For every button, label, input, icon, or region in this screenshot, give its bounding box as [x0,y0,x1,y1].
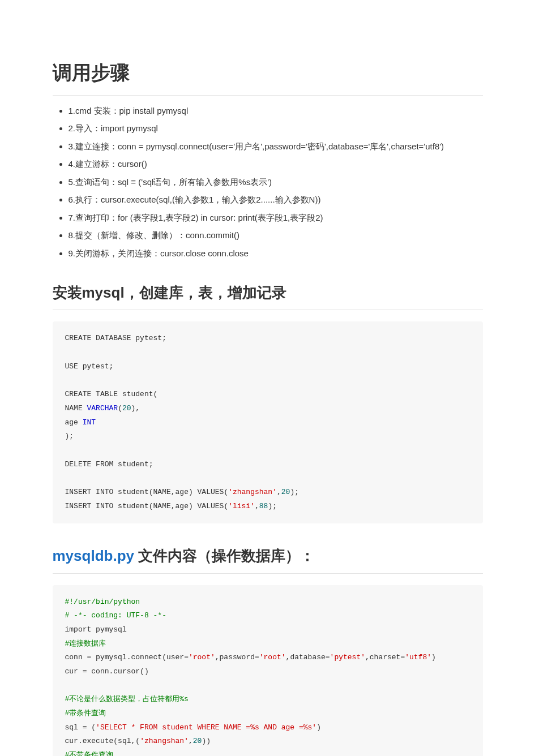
code-line: CREATE DATABASE pytest; [65,334,166,342]
page: 调用步骤 1.cmd 安装：pip install pymysql 2.导入：i… [30,0,506,756]
code-text: )) [202,737,211,745]
code-string: 'root' [189,653,215,662]
code-text: ), [131,404,140,413]
code-string: 'SELECT * FROM student WHERE NAME =%s AN… [96,723,316,732]
list-item: 4.建立游标：cursor() [69,157,483,171]
code-text: , [277,488,281,496]
code-text: ) [431,653,436,662]
code-comment: #!/usr/bin/python [65,598,140,606]
heading-rest: 文件内容（操作数据库）： [134,547,315,564]
code-comment: # -*- coding: UTF-8 -*- [65,611,166,620]
list-item: 2.导入：import pymysql [69,121,483,136]
code-block-python: #!/usr/bin/python # -*- coding: UTF-8 -*… [53,585,483,756]
filename-link[interactable]: mysqldb.py [53,547,134,564]
code-line: conn = pymysql.connect(user= [65,653,189,662]
list-item: 6.执行：cursor.execute(sql,(输入参数1，输入参数2....… [69,192,483,207]
list-item: 8.提交（新增、修改、删除）：conn.commit() [69,228,483,243]
list-item: 3.建立连接：conn = pymysql.connect(user='用户名'… [69,139,483,154]
code-string: 'root' [259,653,286,662]
code-comment: #连接数据库 [65,639,106,648]
code-line: cur = conn.cursor() [65,667,149,676]
list-item: 7.查询打印：for (表字段1,表字段2) in cursor: print(… [69,211,483,225]
code-string: 'lisi' [228,502,255,510]
code-text: ,database= [286,653,330,662]
code-number: 20 [281,488,290,496]
code-string: 'zhangshan' [228,488,277,496]
list-item: 1.cmd 安装：pip install pymysql [69,104,483,118]
heading-mysqldb-py: mysqldb.py 文件内容（操作数据库）： [53,543,483,573]
code-keyword: VARCHAR [87,404,118,413]
code-text: ( [118,404,122,413]
steps-list: 1.cmd 安装：pip install pymysql 2.导入：import… [53,104,483,261]
code-number: 20 [122,404,131,413]
code-text: ); [268,502,277,510]
code-line: INSERT INTO student(NAME,age) VALUES( [65,488,229,496]
code-number: 20 [193,737,202,745]
code-comment: #不论是什么数据类型，占位符都用%s [65,695,189,703]
code-text: ); [290,488,299,496]
code-text: ,password= [215,653,259,662]
code-comment: #带条件查询 [65,709,106,718]
code-number: 88 [259,502,268,510]
code-line: DELETE FROM student; [65,460,153,469]
list-item: 5.查询语句：sql = ('sql语句，所有输入参数用%s表示') [69,175,483,190]
code-line: sql = ( [65,723,96,732]
code-line: NAME [65,404,87,413]
list-item: 9.关闭游标，关闭连接：cursor.close conn.close [69,246,483,261]
code-line: cur.execute(sql,( [65,737,140,745]
code-text: ) [316,723,321,732]
heading-steps: 调用步骤 [53,57,483,96]
code-comment: #不带条件查询 [65,751,114,756]
code-line: ); [65,432,74,440]
code-line: age [65,418,83,427]
code-line: USE pytest; [65,362,114,371]
code-line: INSERT INTO student(NAME,age) VALUES( [65,502,229,510]
code-text: ,charset= [365,653,405,662]
code-keyword: INT [83,418,96,427]
code-string: 'utf8' [405,653,431,662]
code-string: 'pytest' [330,653,365,662]
code-text: , [255,502,259,510]
code-string: 'zhangshan' [140,737,189,745]
code-line: import pymysql [65,625,127,634]
heading-install-mysql: 安装mysql，创建库，表，增加记录 [53,280,483,310]
code-line: CREATE TABLE student( [65,390,158,398]
code-text: , [189,737,193,745]
code-block-sql: CREATE DATABASE pytest; USE pytest; CREA… [53,321,483,523]
